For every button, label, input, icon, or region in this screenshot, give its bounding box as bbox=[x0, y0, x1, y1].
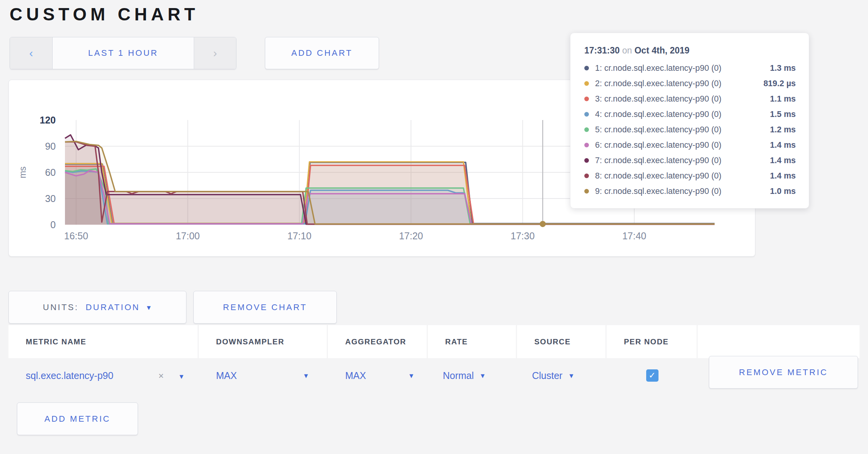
series-color-dot-icon bbox=[584, 189, 589, 194]
remove-metric-button[interactable]: REMOVE METRIC bbox=[709, 356, 858, 389]
tooltip-time-value: 17:31:30 bbox=[584, 45, 620, 55]
header-cell-actions bbox=[698, 325, 860, 358]
tooltip-date: Oct 4th, 2019 bbox=[634, 45, 689, 55]
y-axis-tick-label: 90 bbox=[45, 141, 56, 152]
x-axis-tick-label: 17:10 bbox=[288, 230, 312, 241]
header-cell-aggregator: AGGREGATOR bbox=[328, 325, 428, 358]
caret-down-icon[interactable]: ▾ bbox=[180, 372, 183, 381]
caret-down-icon: ▾ bbox=[304, 371, 308, 380]
series-color-dot-icon bbox=[584, 66, 589, 70]
caret-down-icon: ▾ bbox=[147, 303, 152, 312]
series-color-dot-icon bbox=[584, 158, 589, 163]
check-icon: ✓ bbox=[649, 371, 655, 381]
tooltip-series-value: 1.5 ms bbox=[770, 110, 796, 119]
time-window-next-button[interactable]: › bbox=[194, 37, 236, 69]
tooltip-series-value: 1.4 ms bbox=[770, 156, 796, 165]
series-color-dot-icon bbox=[584, 127, 589, 132]
x-axis-tick-label: 16:50 bbox=[64, 230, 88, 241]
tooltip-row: 2: cr.node.sql.exec.latency-p90 (0)819.2… bbox=[584, 76, 796, 91]
downsampler-select[interactable]: MAX ▾ bbox=[199, 358, 328, 393]
chart-tooltip: 17:31:30 on Oct 4th, 2019 1: cr.node.sql… bbox=[570, 33, 809, 209]
header-cell-source: SOURCE bbox=[517, 325, 607, 358]
page-title: CUSTOM CHART bbox=[10, 4, 199, 25]
tooltip-series-label: 8: cr.node.sql.exec.latency-p90 (0) bbox=[595, 171, 770, 181]
source-select[interactable]: Cluster ▾ bbox=[517, 358, 607, 393]
series-color-dot-icon bbox=[584, 97, 589, 101]
series-color-dot-icon bbox=[584, 112, 589, 117]
aggregator-value: MAX bbox=[345, 370, 366, 381]
tooltip-series-value: 1.1 ms bbox=[770, 94, 796, 104]
metric-name-value: sql.exec.latency-p90 bbox=[26, 370, 113, 381]
time-window-nav: ‹ LAST 1 HOUR › bbox=[10, 37, 236, 69]
tooltip-on-word: on bbox=[622, 45, 632, 55]
tooltip-row: 1: cr.node.sql.exec.latency-p90 (0)1.3 m… bbox=[584, 60, 796, 76]
tooltip-row: 6: cr.node.sql.exec.latency-p90 (0)1.4 m… bbox=[584, 137, 796, 153]
tooltip-series-label: 5: cr.node.sql.exec.latency-p90 (0) bbox=[595, 125, 770, 135]
tooltip-time: 17:31:30 on Oct 4th, 2019 bbox=[584, 45, 796, 56]
header-cell-per-node: PER NODE bbox=[607, 325, 698, 358]
x-axis-tick-label: 17:20 bbox=[399, 230, 423, 241]
caret-down-icon: ▾ bbox=[481, 371, 485, 380]
clear-metric-icon[interactable]: × bbox=[158, 371, 164, 381]
units-label: UNITS: bbox=[43, 302, 79, 312]
y-axis-tick-label: 0 bbox=[50, 219, 56, 230]
tooltip-series-label: 2: cr.node.sql.exec.latency-p90 (0) bbox=[595, 79, 763, 88]
tooltip-row: 3: cr.node.sql.exec.latency-p90 (0)1.1 m… bbox=[584, 91, 796, 107]
caret-down-icon: ▾ bbox=[409, 371, 413, 380]
chevron-left-icon: ‹ bbox=[29, 47, 33, 60]
add-chart-button[interactable]: ADD CHART bbox=[265, 37, 379, 69]
source-value: Cluster bbox=[532, 370, 562, 381]
rate-select[interactable]: Normal ▾ bbox=[428, 358, 517, 393]
tooltip-series-label: 9: cr.node.sql.exec.latency-p90 (0) bbox=[595, 187, 770, 196]
y-axis-tick-label: 30 bbox=[45, 193, 56, 204]
tooltip-series-value: 1.4 ms bbox=[770, 171, 796, 181]
tooltip-row: 4: cr.node.sql.exec.latency-p90 (0)1.5 m… bbox=[584, 107, 796, 122]
time-window-label[interactable]: LAST 1 HOUR bbox=[53, 37, 194, 69]
time-window-prev-button[interactable]: ‹ bbox=[10, 37, 53, 69]
tooltip-series-label: 7: cr.node.sql.exec.latency-p90 (0) bbox=[595, 156, 770, 165]
aggregator-select[interactable]: MAX ▾ bbox=[328, 358, 428, 393]
y-axis-unit-label: ms bbox=[18, 167, 28, 179]
header-cell-rate: RATE bbox=[428, 325, 517, 358]
remove-chart-button[interactable]: REMOVE CHART bbox=[193, 291, 337, 324]
series-color-dot-icon bbox=[584, 143, 589, 147]
rate-value: Normal bbox=[443, 370, 474, 381]
header-cell-metric-name: METRIC NAME bbox=[8, 325, 199, 358]
tooltip-row: 5: cr.node.sql.exec.latency-p90 (0)1.2 m… bbox=[584, 122, 796, 137]
y-axis-tick-label: 120 bbox=[40, 115, 56, 125]
x-axis-tick-label: 17:40 bbox=[622, 230, 647, 241]
chevron-right-icon: › bbox=[213, 47, 217, 60]
units-dropdown[interactable]: UNITS: DURATION ▾ bbox=[8, 291, 186, 324]
per-node-checkbox[interactable]: ✓ bbox=[646, 369, 658, 382]
add-metric-button[interactable]: ADD METRIC bbox=[17, 402, 138, 435]
tooltip-row: 8: cr.node.sql.exec.latency-p90 (0)1.4 m… bbox=[584, 168, 796, 184]
tooltip-row: 9: cr.node.sql.exec.latency-p90 (0)1.0 m… bbox=[584, 184, 796, 199]
downsampler-value: MAX bbox=[216, 370, 237, 381]
caret-down-icon: ▾ bbox=[569, 371, 573, 380]
header-cell-downsampler: DOWNSAMPLER bbox=[199, 325, 328, 358]
x-axis-tick-label: 17:00 bbox=[176, 230, 200, 241]
tooltip-series-value: 1.4 ms bbox=[770, 140, 796, 150]
metric-name-dropdown[interactable]: sql.exec.latency-p90 × ▾ bbox=[8, 358, 199, 393]
tooltip-series-label: 1: cr.node.sql.exec.latency-p90 (0) bbox=[595, 63, 770, 73]
tooltip-series-value: 1.0 ms bbox=[770, 187, 796, 196]
x-axis-tick-label: 17:30 bbox=[510, 230, 535, 241]
tooltip-series-label: 3: cr.node.sql.exec.latency-p90 (0) bbox=[595, 94, 770, 104]
tooltip-series-value: 819.2 µs bbox=[763, 79, 796, 88]
tooltip-row: 7: cr.node.sql.exec.latency-p90 (0)1.4 m… bbox=[584, 153, 796, 168]
series-color-dot-icon bbox=[584, 174, 589, 178]
per-node-cell: ✓ bbox=[607, 358, 698, 393]
tooltip-series-label: 6: cr.node.sql.exec.latency-p90 (0) bbox=[595, 140, 770, 150]
units-value: DURATION bbox=[86, 302, 140, 312]
metrics-table-header: METRIC NAME DOWNSAMPLER AGGREGATOR RATE … bbox=[8, 325, 860, 358]
y-axis-tick-label: 60 bbox=[45, 167, 56, 178]
tooltip-rows: 1: cr.node.sql.exec.latency-p90 (0)1.3 m… bbox=[584, 60, 796, 199]
tooltip-series-value: 1.2 ms bbox=[770, 125, 796, 135]
tooltip-series-label: 4: cr.node.sql.exec.latency-p90 (0) bbox=[595, 110, 770, 119]
tooltip-series-value: 1.3 ms bbox=[770, 63, 796, 73]
series-color-dot-icon bbox=[584, 81, 589, 86]
